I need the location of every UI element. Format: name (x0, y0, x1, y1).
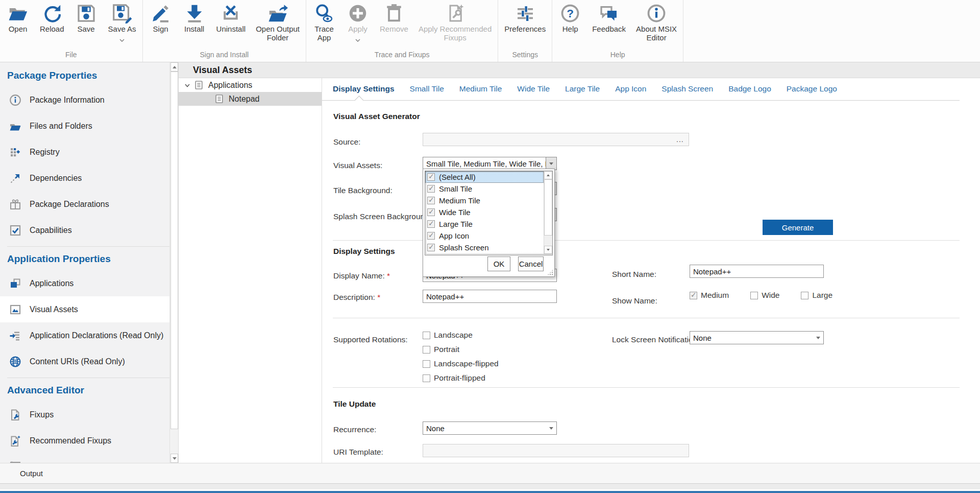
lock-screen-notifications-combobox[interactable]: None (690, 331, 824, 344)
scrollbar-thumb[interactable] (544, 179, 552, 236)
toolbar-button-preferences[interactable]: Preferences (504, 3, 546, 34)
checkbox[interactable] (427, 220, 435, 228)
sidebar-item-fixups[interactable]: Fixups (0, 402, 169, 428)
checkbox[interactable] (427, 173, 435, 181)
show-name-option-wide[interactable]: Wide (750, 291, 779, 300)
tab-app-icon[interactable]: App Icon (615, 84, 646, 93)
sidebar-item-registry[interactable]: Registry (0, 139, 169, 165)
resize-grip[interactable] (547, 269, 553, 275)
checkbox-label: Wide (762, 291, 779, 300)
rotation-option-portrait[interactable]: Portrait (423, 345, 499, 354)
show-name-option-large[interactable]: Large (801, 291, 832, 300)
checkbox[interactable] (427, 197, 435, 204)
toolbar-group-label: File (6, 48, 136, 62)
toolbar-button-open[interactable]: Open (6, 3, 30, 34)
show-name-option-medium[interactable]: Medium (690, 291, 729, 300)
scroll-up-icon[interactable] (544, 171, 552, 179)
dropdown-option-large-tile[interactable]: Large Tile (425, 218, 544, 230)
checkbox[interactable] (427, 232, 435, 240)
chevron-down-icon[interactable] (184, 82, 191, 89)
toolbar-button-reload[interactable]: Reload (40, 3, 64, 34)
toolbar-button-label: About MSIX Editor (636, 25, 677, 42)
rotation-option-landscape[interactable]: Landscape (423, 331, 499, 340)
sidebar-item-capabilities[interactable]: Capabilities (0, 217, 169, 243)
browse-button[interactable]: ... (676, 135, 684, 144)
scroll-up-icon[interactable] (170, 62, 178, 72)
tab-package-logo[interactable]: Package Logo (787, 84, 837, 93)
sidebar-item-files-and-folders[interactable]: Files and Folders (0, 113, 169, 139)
sidebar-item-package-information[interactable]: Package Information (0, 87, 169, 113)
tab-badge-logo[interactable]: Badge Logo (728, 84, 771, 93)
checkbox[interactable] (801, 292, 808, 299)
sidebar-item-dependencies[interactable]: Dependencies (0, 165, 169, 191)
toolbar-button-about-msix-editor[interactable]: About MSIX Editor (636, 3, 677, 42)
toolbar-button-save-as[interactable]: Save As (108, 3, 136, 38)
scroll-down-icon[interactable] (170, 454, 178, 463)
tab-wide-tile[interactable]: Wide Tile (517, 84, 550, 93)
toolbar-button-label: Trace App (314, 25, 334, 42)
toolbar-button-uninstall[interactable]: Uninstall (216, 3, 246, 34)
cancel-button[interactable]: Cancel (518, 256, 544, 271)
checkbox[interactable] (690, 292, 697, 299)
dropdown-option-wide-tile[interactable]: Wide Tile (425, 206, 544, 218)
rotation-option-portrait-flipped[interactable]: Portrait-flipped (423, 373, 499, 383)
toolbar-button-label: Uninstall (216, 25, 246, 34)
ok-button[interactable]: OK (487, 256, 510, 271)
description-input[interactable] (423, 290, 557, 303)
recurrence-combobox[interactable]: None (423, 421, 557, 435)
checkbox[interactable] (427, 185, 435, 193)
short-name-input[interactable] (690, 265, 824, 278)
dropdown-option-small-tile[interactable]: Small Tile (425, 183, 544, 195)
checkbox[interactable] (427, 208, 435, 216)
checkbox[interactable] (423, 346, 430, 354)
bottom-strip (0, 483, 980, 489)
splash-screen-background-label: Splash Screen Background: (333, 212, 431, 221)
sidebar-item-visual-assets[interactable]: Visual Assets (0, 296, 169, 322)
dropdown-option-medium-tile[interactable]: Medium Tile (425, 195, 544, 206)
uri-template-input[interactable] (423, 444, 689, 457)
tab-large-tile[interactable]: Large Tile (565, 84, 600, 93)
toolbar-button-open-output-folder[interactable]: Open Output Folder (256, 3, 300, 42)
sidebar-item-content-uris-read-only[interactable]: Content URIs (Read Only) (0, 348, 169, 374)
toolbar-button-trace-app[interactable]: Trace App (312, 3, 336, 42)
dropdown-option-select-all[interactable]: (Select All) (425, 171, 544, 183)
checkbox[interactable] (423, 332, 430, 339)
checkbox[interactable] (427, 244, 435, 251)
popup-scrollbar[interactable] (544, 171, 552, 254)
checkbox[interactable] (750, 292, 758, 299)
scroll-down-icon[interactable] (544, 246, 552, 254)
generate-button[interactable]: Generate (763, 220, 833, 235)
combo-dropdown-button[interactable] (546, 422, 556, 434)
rotation-options: LandscapePortraitLandscape-flippedPortra… (423, 331, 499, 383)
toolbar-button-install[interactable]: Install (183, 3, 206, 34)
sidebar-item-recommended-fixups[interactable]: Recommended Fixups (0, 428, 169, 454)
sidebar-item-app-manifest-read-only[interactable]: App Manifest (Read Only) (0, 454, 169, 463)
toolbar-button-sign[interactable]: Sign (149, 3, 173, 34)
output-bar[interactable]: Output (0, 463, 980, 483)
tile-background-label: Tile Background: (333, 186, 393, 195)
toolbar-button-feedback[interactable]: Feedback (592, 3, 626, 34)
sidebar-scrollbar[interactable] (169, 62, 179, 463)
checkbox[interactable] (423, 360, 430, 368)
tab-medium-tile[interactable]: Medium Tile (459, 84, 502, 93)
toolbar-button-help[interactable]: ?Help (558, 3, 582, 34)
combo-dropdown-button[interactable] (813, 332, 823, 344)
dropdown-option-splash-screen[interactable]: Splash Screen (425, 242, 544, 253)
source-input[interactable] (423, 133, 689, 146)
tree-node-notepad[interactable]: Notepad (179, 92, 322, 106)
help-icon: ? (560, 3, 580, 24)
dropdown-option-app-icon[interactable]: App Icon (425, 230, 544, 242)
rotation-option-landscape-flipped[interactable]: Landscape-flipped (423, 359, 499, 368)
tree-node-applications[interactable]: Applications (179, 78, 322, 92)
checkbox[interactable] (423, 374, 430, 382)
tab-splash-screen[interactable]: Splash Screen (662, 84, 713, 93)
tab-small-tile[interactable]: Small Tile (410, 84, 444, 93)
sidebar-item-applications[interactable]: Applications (0, 270, 169, 296)
sidebar-item-application-declarations-read-only[interactable]: Application Declarations (Read Only) (0, 322, 169, 348)
sidebar-item-label: Files and Folders (30, 122, 92, 131)
toolbar-button-save[interactable]: Save (75, 3, 98, 34)
sidebar-item-package-declarations[interactable]: Package Declarations (0, 191, 169, 217)
tab-display-settings[interactable]: Display Settings (333, 84, 395, 93)
combo-dropdown-button[interactable] (546, 157, 556, 170)
scrollbar-thumb[interactable] (170, 72, 178, 429)
